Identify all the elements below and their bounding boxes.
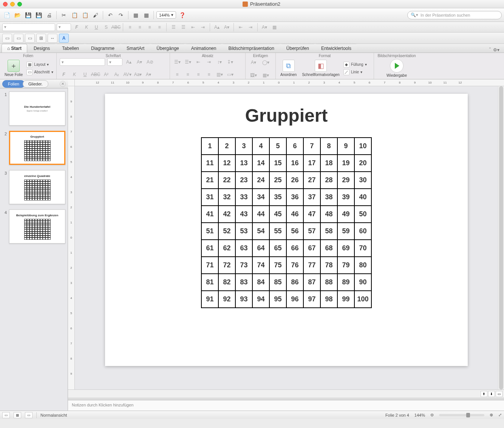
grid-cell[interactable]: 51 (201, 223, 218, 240)
grid-cell[interactable]: 36 (286, 189, 303, 206)
grid-cell[interactable]: 6 (286, 138, 303, 155)
spacing-icon[interactable]: AV▾ (123, 71, 131, 78)
underline-ribbon[interactable]: U (81, 71, 89, 78)
grid-cell[interactable]: 85 (269, 274, 286, 291)
zoom-out-icon[interactable]: ⊖ (430, 412, 434, 417)
paste-icon[interactable]: 📋 (80, 11, 90, 20)
help-icon[interactable]: ❓ (178, 11, 187, 20)
slide-thumbnail[interactable]: Gruppiert (9, 131, 65, 165)
align-justify-icon[interactable]: ≡ (155, 23, 164, 31)
grid-cell[interactable]: 5 (269, 138, 286, 155)
close-window-button[interactable] (3, 2, 8, 6)
grid-cell[interactable]: 78 (320, 257, 337, 274)
vertical-scrollbar[interactable] (498, 86, 504, 389)
grid-cell[interactable]: 10 (354, 138, 371, 155)
grid-cell[interactable]: 31 (201, 189, 218, 206)
grid-cell[interactable]: 93 (235, 291, 252, 308)
grid-cell[interactable]: 76 (286, 257, 303, 274)
subscript-icon[interactable]: A₂ (113, 71, 121, 78)
tab-entwickler[interactable]: Entwicklertools (315, 44, 357, 53)
outdent-icon[interactable]: ⇤ (189, 23, 197, 31)
slideshow-button[interactable]: ▭ (496, 391, 502, 397)
grid-cell[interactable]: 58 (320, 223, 337, 240)
grid-cell[interactable]: 45 (269, 206, 286, 223)
numbering-ribbon[interactable]: ☰▾ (184, 58, 192, 66)
grow-font-icon[interactable]: A▴ (125, 58, 133, 66)
grid-cell[interactable]: 21 (201, 172, 218, 189)
grid-cell[interactable]: 29 (337, 172, 354, 189)
grid-cell[interactable]: 88 (320, 274, 337, 291)
open-file-icon[interactable]: 📂 (13, 11, 22, 20)
qa-4-icon[interactable]: ⊞ (36, 34, 46, 43)
cut-icon[interactable]: ✂ (59, 11, 68, 20)
outdent-ribbon[interactable]: ⇤ (194, 58, 203, 66)
grid-cell[interactable]: 32 (218, 189, 235, 206)
format-icon[interactable]: ▦ (142, 11, 151, 20)
grid-cell[interactable]: 61 (201, 240, 218, 257)
notes-pane[interactable]: Notizen durch Klicken hinzufügen (68, 400, 504, 411)
shadow-button[interactable]: S (102, 23, 110, 31)
strike-button[interactable]: ABC (112, 23, 120, 31)
new-slide-icon[interactable]: ▦ (131, 11, 140, 20)
tab-tabellen[interactable]: Tabellen (56, 44, 85, 53)
font-size-combo[interactable]: ▾ (57, 23, 71, 31)
normal-view-icon[interactable]: ▭ (2, 412, 10, 418)
align-center-icon[interactable]: ≡ (136, 23, 144, 31)
font-color-icon[interactable]: A▾ (260, 23, 269, 31)
textbox-icon[interactable]: A▾ (249, 58, 258, 67)
grid-cell[interactable]: 57 (303, 223, 320, 240)
tab-bildschirm[interactable]: Bildschirmpräsentation (223, 44, 280, 53)
linie-button[interactable]: ／Linie ▾ (343, 69, 367, 75)
grid-cell[interactable]: 72 (218, 257, 235, 274)
layout-button[interactable]: ▦Layout ▾ (26, 62, 53, 68)
grid-cell[interactable]: 47 (303, 206, 320, 223)
slide-thumbnail[interactable]: Beispielübung zum Ergänzen (9, 209, 65, 243)
tab-gliederung[interactable]: Glieder. (23, 80, 48, 88)
grid-cell[interactable]: 60 (354, 223, 371, 240)
grid-cell[interactable]: 69 (337, 240, 354, 257)
options-icon[interactable]: ▦ (270, 23, 278, 31)
tab-uebergaenge[interactable]: Übergänge (151, 44, 184, 53)
anordnen-button[interactable]: ⧉ Anordnen (279, 59, 298, 78)
grid-cell[interactable]: 82 (218, 274, 235, 291)
align-justify-ribbon[interactable]: ≡ (205, 71, 213, 78)
grid-cell[interactable]: 100 (354, 291, 371, 308)
tab-smartart[interactable]: SmartArt (121, 44, 150, 53)
superscript-icon[interactable]: A² (102, 71, 110, 78)
bullets-ribbon[interactable]: ☰▾ (173, 58, 181, 66)
fuellung-button[interactable]: ◆Füllung ▾ (343, 62, 367, 68)
tab-folien[interactable]: Folien (2, 80, 25, 88)
grid-cell[interactable]: 27 (303, 172, 320, 189)
underline-button[interactable]: U (92, 23, 100, 31)
grid-cell[interactable]: 95 (269, 291, 286, 308)
numbering-icon[interactable]: ☰ (179, 23, 187, 31)
grid-cell[interactable]: 22 (218, 172, 235, 189)
grid-cell[interactable]: 90 (354, 274, 371, 291)
hundred-table[interactable]: 1234567891011121314151617181920212223242… (201, 137, 372, 308)
grid-cell[interactable]: 52 (218, 223, 235, 240)
grid-cell[interactable]: 73 (235, 257, 252, 274)
grid-cell[interactable]: 81 (201, 274, 218, 291)
bold-ribbon[interactable]: F (60, 71, 68, 78)
new-slide-button[interactable]: ＋ Neue Folie (3, 59, 24, 78)
indent-left-icon[interactable]: ⇤ (237, 23, 245, 31)
tab-ueberpruefen[interactable]: Überprüfen (281, 44, 315, 53)
copy-icon[interactable]: 📋 (70, 11, 79, 20)
zoom-in-icon[interactable]: ⊕ (490, 412, 493, 417)
indent-icon[interactable]: ⇥ (199, 23, 207, 31)
clear-format-icon[interactable]: A⊘ (146, 58, 154, 66)
grid-cell[interactable]: 1 (201, 138, 218, 155)
grid-cell[interactable]: 2 (218, 138, 235, 155)
grid-cell[interactable]: 16 (286, 155, 303, 172)
grid-cell[interactable]: 79 (337, 257, 354, 274)
grid-cell[interactable]: 68 (320, 240, 337, 257)
grid-cell[interactable]: 19 (337, 155, 354, 172)
undo-icon[interactable]: ↶ (106, 11, 115, 20)
grid-cell[interactable]: 3 (235, 138, 252, 155)
align-left-icon[interactable]: ≡ (126, 23, 134, 31)
grid-cell[interactable]: 43 (235, 206, 252, 223)
grid-cell[interactable]: 11 (201, 155, 218, 172)
font-color-ribbon[interactable]: A▾ (144, 71, 153, 78)
grid-cell[interactable]: 59 (337, 223, 354, 240)
grid-cell[interactable]: 7 (303, 138, 320, 155)
